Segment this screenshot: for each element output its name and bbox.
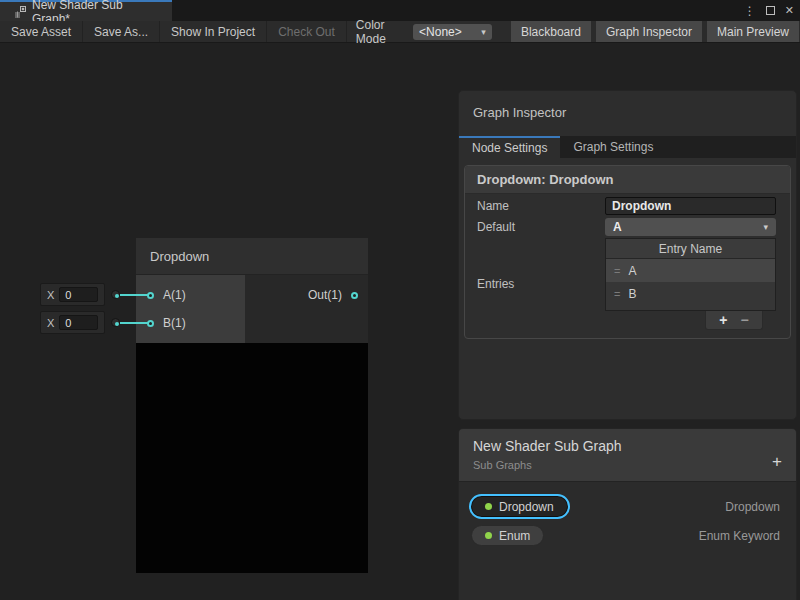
property-type-label: Enum Keyword	[699, 529, 780, 543]
output-port-out-label: Out(1)	[308, 288, 342, 302]
enum-property-pill[interactable]: Enum	[471, 525, 544, 546]
add-entry-button[interactable]: +	[719, 312, 727, 328]
input-port-a-label: A(1)	[163, 288, 186, 302]
default-value: A	[613, 220, 622, 234]
entries-row: Entries Entry Name = A = B	[465, 238, 790, 330]
graph-inspector-toggle-button[interactable]: Graph Inspector	[596, 21, 702, 42]
remove-entry-button[interactable]: −	[741, 312, 749, 328]
entries-table: Entry Name = A = B	[605, 238, 776, 311]
name-row: Name	[465, 197, 790, 215]
save-as-button[interactable]: Save As...	[83, 21, 160, 42]
shader-graph-icon	[14, 6, 26, 18]
tab-graph-settings[interactable]: Graph Settings	[560, 136, 666, 158]
inspector-title[interactable]: Graph Inspector	[459, 91, 796, 136]
maximize-icon[interactable]	[766, 6, 775, 15]
drag-handle-icon[interactable]: =	[614, 288, 620, 300]
node-input-section: A(1) B(1)	[136, 275, 245, 343]
node-output-section: Out(1)	[245, 275, 368, 343]
port-a-default-field[interactable]: X 0	[40, 283, 105, 306]
color-mode-value: <None>	[419, 25, 462, 39]
port-b-x-label: X	[47, 317, 54, 329]
port-a-x-label: X	[47, 289, 54, 301]
node-settings-section: Dropdown: Dropdown Name Default A ▾ Entr…	[464, 165, 791, 339]
node-title: Dropdown	[150, 249, 209, 264]
entry-name[interactable]: A	[628, 264, 636, 278]
blackboard-header[interactable]: New Shader Sub Graph Sub Graphs +	[459, 429, 796, 482]
main-preview-toggle-button[interactable]: Main Preview	[707, 21, 799, 42]
edge-b	[120, 322, 149, 324]
pill-label: Dropdown	[499, 500, 554, 514]
default-label: Default	[477, 220, 605, 234]
blackboard-toggle-button[interactable]: Blackboard	[511, 21, 591, 42]
document-tab[interactable]: New Shader Sub Graph*	[0, 0, 172, 21]
show-in-project-button[interactable]: Show In Project	[160, 21, 267, 42]
input-port-b[interactable]: B(1)	[136, 309, 245, 337]
entries-label: Entries	[477, 277, 605, 291]
entry-row-b[interactable]: = B	[606, 282, 775, 305]
save-asset-button[interactable]: Save Asset	[0, 21, 83, 42]
section-title: Dropdown: Dropdown	[465, 166, 790, 194]
blackboard-subtitle: Sub Graphs	[473, 459, 782, 471]
port-b-stub-dot	[111, 318, 120, 327]
port-b-value-input[interactable]: 0	[59, 315, 98, 330]
input-port-b-label: B(1)	[163, 316, 186, 330]
entries-header: Entry Name	[606, 239, 775, 259]
node-preview	[136, 343, 368, 573]
blackboard-item-dropdown: Dropdown Dropdown	[459, 492, 796, 521]
pill-label: Enum	[499, 529, 530, 543]
check-out-button: Check Out	[267, 21, 347, 42]
name-label: Name	[477, 199, 605, 213]
entry-name[interactable]: B	[628, 287, 636, 301]
default-dropdown[interactable]: A ▾	[605, 218, 776, 236]
add-property-button[interactable]: +	[772, 453, 782, 470]
name-input[interactable]	[605, 197, 776, 215]
property-type-label: Dropdown	[725, 500, 780, 514]
toolbar: Save Asset Save As... Show In Project Ch…	[0, 21, 800, 43]
entries-column: Entry Name = A = B + −	[605, 238, 776, 330]
color-mode-dropdown[interactable]: <None> ▾	[413, 24, 492, 40]
entries-footer: + −	[705, 311, 763, 330]
inspector-tab-bar: Node Settings Graph Settings	[459, 136, 796, 158]
dropdown-node[interactable]: Dropdown A(1) B(1) Out(1)	[136, 238, 368, 573]
edge-a	[120, 294, 149, 296]
graph-inspector-panel: Graph Inspector Node Settings Graph Sett…	[458, 90, 797, 420]
port-b-default-field[interactable]: X 0	[40, 311, 105, 334]
property-dot-icon	[485, 532, 492, 539]
window-controls: ⋮ ✕	[744, 0, 794, 21]
port-a-stub-dot	[111, 290, 120, 299]
window-menu-icon[interactable]: ⋮	[744, 4, 756, 18]
entry-row-a[interactable]: = A	[606, 259, 775, 282]
blackboard-item-enum: Enum Enum Keyword	[459, 521, 796, 550]
property-dot-icon	[485, 503, 492, 510]
default-row: Default A ▾	[465, 218, 790, 236]
node-header[interactable]: Dropdown	[136, 238, 368, 275]
blackboard-panel: New Shader Sub Graph Sub Graphs + Dropdo…	[458, 428, 797, 600]
color-mode-label: Color Mode	[347, 21, 413, 42]
node-body: A(1) B(1) Out(1)	[136, 275, 368, 343]
chevron-down-icon: ▾	[481, 27, 486, 37]
graph-canvas[interactable]: Dropdown A(1) B(1) Out(1)	[0, 43, 800, 600]
blackboard-rows: Dropdown Dropdown Enum Enum Keyword	[459, 482, 796, 550]
tab-node-settings[interactable]: Node Settings	[459, 136, 560, 158]
port-out-icon[interactable]	[351, 292, 358, 299]
input-port-a[interactable]: A(1)	[136, 281, 245, 309]
chevron-down-icon: ▾	[763, 222, 768, 232]
drag-handle-icon[interactable]: =	[614, 265, 620, 277]
output-port-out[interactable]: Out(1)	[245, 281, 368, 309]
entries-footer-wrap: + −	[605, 311, 776, 330]
close-icon[interactable]: ✕	[785, 4, 794, 17]
blackboard-title[interactable]: New Shader Sub Graph	[473, 438, 782, 454]
port-a-value-input[interactable]: 0	[59, 287, 98, 302]
dropdown-property-pill[interactable]: Dropdown	[471, 496, 568, 517]
